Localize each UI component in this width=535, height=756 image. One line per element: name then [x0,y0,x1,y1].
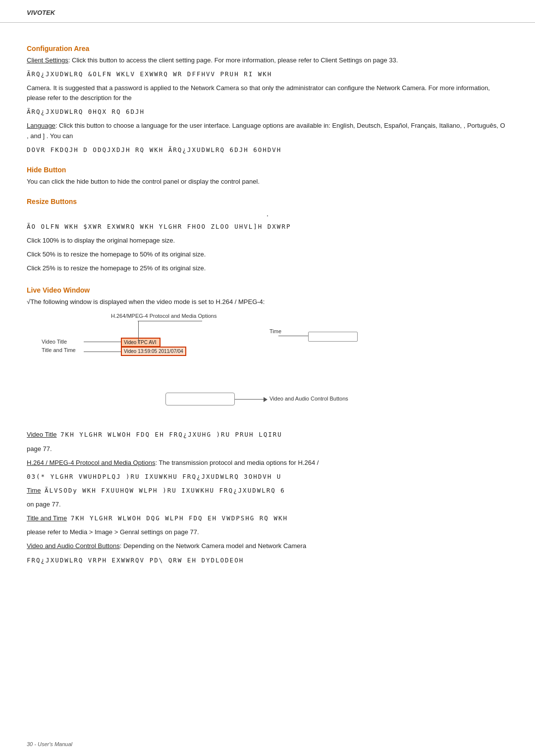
title-time-desc: Title and Time 7KH YLGHR WLWOH DQG WLPH … [27,513,508,523]
video-title-desc: Video Title 7KH YLGHR WLWOH FDQ EH FRQ¿J… [27,430,508,440]
video-title-left-label: Video Title [42,339,67,345]
dot-separator: . [27,208,508,219]
video-title-box1: Video TPC AVI [121,338,160,347]
config-encoded-line1: ÃRQ¿JXUDWLRQ &OLFN WKLV EXWWRQ WR DFFHVV… [27,69,508,79]
page-header: VIVOTEK [0,0,535,23]
resize-100: Click 100% is to display the original ho… [27,236,508,246]
time-desc: Time ÃLVSODy WKH FXUUHQW WLPH )RU IXUWKH… [27,486,508,496]
protocol-label: H.264/MPEG-4 Protocol and Media Options [111,313,216,319]
video-title-text1: Video TPC AVI [124,340,157,345]
live-video-diagram: H.264/MPEG-4 Protocol and Media Options … [27,311,413,425]
title-time-underline: Title and Time [27,514,67,522]
control-buttons-label-diagram: Video and Audio Control Buttons [269,396,348,402]
video-audio-desc: Video and Audio Control Buttons: Dependi… [27,541,508,551]
h264-encoded: 03(* YLGHR VWUHDPLQJ )RU IXUWKHU FRQ¿JXU… [27,472,508,482]
bracket-v [138,321,139,344]
video-title-encoded: 7KH YLGHR WLWOH FDQ EH FRQ¿JXUHG )RU PRU… [60,431,282,438]
resize-encoded-line: ÃO OLFN WKH $XWR EXWWRQ WKH YLGHR FHOO Z… [27,222,508,232]
configuration-area-heading: Configuration Area [27,45,508,52]
resize-50: Click 50% is to resize the homepage to 5… [27,250,508,259]
video-title-arrow [84,342,121,342]
time-label-diagram: Time [269,328,281,334]
title-time-page: please refer to Media > Image > Genral s… [27,527,508,537]
brand-title: VIVOTEK [27,9,55,16]
client-settings-label: Client Settings [27,56,68,64]
h264-desc: H.264 / MPEG-4 Protocol and Media Option… [27,458,508,468]
live-video-intro: √The following window is displayed when … [27,297,508,307]
video-audio-underline: Video and Audio Control Buttons [27,542,120,550]
video-title-text2: Video 13:59:05 2011/07/04 [124,349,183,354]
video-audio-encoded: FRQ¿JXUDWLRQ VRPH EXWWRQV PD\ QRW EH DYD… [27,555,508,565]
video-title-underline: Video Title [27,431,56,438]
time-underline: Time [27,487,41,494]
hide-button-heading: Hide Button [27,166,508,174]
h264-underline: H.264 / MPEG-4 Protocol and Media Option… [27,459,155,466]
control-btn-arrow [235,399,265,400]
resize-25: Click 25% is to resize the homepage to 2… [27,263,508,273]
control-btn-arrowhead [264,397,268,402]
config-encoded-line2: ÃRQ¿JXUDWLRQ 0HQX RQ 6DJH [27,107,508,117]
h264-text: : The transmission protocol and media op… [155,459,319,466]
language-label: Language [27,122,55,129]
time-encoded: ÃLVSODy WKH FXUUHQW WLPH )RU IXUWKHU FRQ… [45,487,285,494]
language-para: Language: Click this button to choose a … [27,121,508,141]
resize-buttons-heading: Resize Buttons [27,198,508,205]
video-title-box2: Video 13:59:05 2011/07/04 [121,347,186,356]
bracket-h [138,321,202,321]
title-time-arrow [84,352,121,352]
hide-button-text: You can click the hide button to hide th… [27,177,508,187]
page-number-label: 30 - User's Manual [27,741,72,747]
control-buttons-box [165,393,235,405]
video-audio-text: : Depending on the Network Camera model … [120,542,306,550]
client-settings-text: : Click this button to access the client… [68,56,398,64]
video-title-page: page 77. [27,444,508,454]
language-text: : Click this button to choose a language… [27,122,505,139]
client-settings-para: Client Settings: Click this button to ac… [27,55,508,65]
page-footer: 30 - User's Manual [27,741,72,747]
title-time-encoded: 7KH YLGHR WLWOH DQG WLPH FDQ EH VWDPSHG … [71,514,288,522]
title-and-time-left-label: Title and Time [42,347,76,353]
language-encoded: DOVR FKDQJH D ODQJXDJH RQ WKH ÃRQ¿JXUDWL… [27,145,508,155]
time-arrow-h [278,336,308,336]
time-page: on page 77. [27,500,508,509]
main-content: Configuration Area Client Settings: Clic… [0,23,535,589]
time-box-diagram [308,332,358,342]
config-text2: Camera. It is suggested that a password … [27,83,508,103]
live-video-window-heading: Live Video Window [27,286,508,294]
